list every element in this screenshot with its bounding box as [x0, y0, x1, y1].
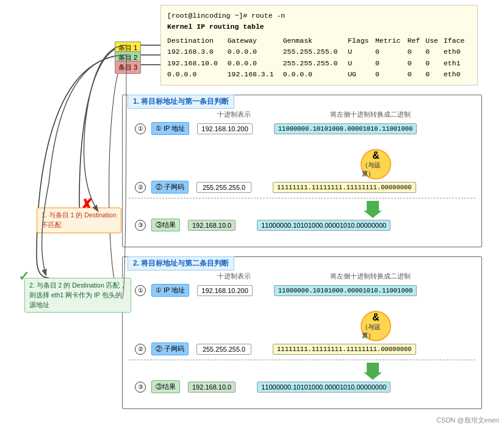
- s2-and-symbol: &: [372, 312, 380, 323]
- s1-subnet-decimal: 255.255.255.0: [196, 182, 251, 193]
- flags-1: U: [348, 46, 375, 57]
- annotation-match-line2: 则选择 eth1 网卡作为 IP 包头的源地址: [29, 291, 122, 308]
- use-1: 0: [425, 46, 444, 57]
- s1-subnet-label: ② 子网码: [151, 181, 189, 194]
- svg-marker-7: [364, 201, 382, 218]
- s1-result-decimal: 192.168.10.0: [188, 220, 236, 231]
- s1-ip-decimal: 192.168.10.200: [197, 123, 252, 134]
- s2-and-container: & （与运算）: [361, 311, 391, 341]
- s1-ip-binary: 11000000.10101000.00001010.11001000: [274, 123, 417, 134]
- use-2: 0: [425, 58, 444, 69]
- terminal-kernel-header: Kernel IP routing table: [167, 21, 471, 32]
- s1-dashed-divider: [129, 198, 475, 198]
- s1-and-container: & （与运算）: [361, 149, 391, 180]
- dest-2: 192.168.10.0: [167, 58, 228, 69]
- s2-result-decimal: 192.168.10.0: [188, 382, 236, 393]
- s2-subnet-binary: 11111111.11111111.11111111.00000000: [273, 344, 416, 355]
- annotation-mismatch-line1: 1. 与条目 1 的 Destination: [41, 211, 117, 219]
- s2-result-binary: 11000000.10101000.00001010.00000000: [257, 382, 391, 393]
- s1-col-binary: 将左侧十进制转换成二进制: [330, 110, 411, 119]
- s1-col-decimal: 十进制表示: [217, 110, 251, 119]
- gw-3: 192.168.3.1: [228, 69, 283, 80]
- s1-arrow-svg: [364, 201, 382, 218]
- section-1-title: 1. 将目标地址与第一条目判断: [128, 95, 234, 109]
- s2-ip-row: ① ① IP 地址 192.168.10.200 11000000.101010…: [135, 284, 417, 297]
- ref-2: 0: [408, 58, 426, 69]
- metric-1: 0: [375, 46, 408, 57]
- col-dest-header: Destination: [167, 35, 228, 46]
- table-row: 192.168.3.0 0.0.0.0 255.255.255.0 U 0 0 …: [167, 46, 471, 57]
- annotation-mismatch: 1. 与条目 1 的 Destination 不匹配: [37, 208, 121, 233]
- annotation-match: 2. 与条目 2 的 Destination 匹配， 则选择 eth1 网卡作为…: [24, 278, 131, 313]
- s2-ip-binary: 11000000.10101000.00001010.11001000: [274, 285, 417, 296]
- s2-subnet-row: ② ② 子网码 255.255.255.0 11111111.11111111.…: [135, 343, 416, 355]
- genmask-1: 255.255.255.0: [283, 46, 348, 57]
- s2-arrow-svg: [364, 363, 382, 380]
- terminal-prompt: [root@lincoding ~]# route -n: [167, 10, 471, 21]
- dest-3: 0.0.0.0: [167, 69, 228, 80]
- section-1: 1. 将目标地址与第一条目判断 十进制表示 将左侧十进制转换成二进制 ① ① I…: [122, 95, 482, 247]
- main-container: [root@lincoding ~]# route -n Kernel IP r…: [0, 0, 504, 428]
- iface-3: eth0: [444, 69, 471, 80]
- routing-table: Destination Gateway Genmask Flags Metric…: [167, 35, 471, 81]
- s2-subnet-circle: ②: [135, 344, 146, 355]
- col-ref-header: Ref: [408, 35, 426, 46]
- s2-col-binary: 将左侧十进制转换成二进制: [330, 272, 411, 281]
- s2-result-label: ③结果: [151, 380, 180, 393]
- use-3: 0: [425, 69, 444, 80]
- iface-1: eth0: [444, 46, 471, 57]
- s2-ip-decimal: 192.168.10.200: [197, 285, 252, 296]
- iface-2: eth1: [444, 58, 471, 69]
- col-flags-header: Flags: [348, 35, 375, 46]
- s1-result-binary: 11000000.10101000.00001010.00000000: [257, 220, 391, 231]
- s1-ip-circle: ①: [135, 123, 146, 134]
- table-row: 0.0.0.0 192.168.3.1 0.0.0.0 UG 0 0 0 eth…: [167, 69, 471, 80]
- entry-label-3: 条目 3: [115, 61, 141, 74]
- metric-3: 0: [375, 69, 408, 80]
- s2-subnet-label: ② 子网码: [151, 343, 189, 355]
- s1-ip-row: ① ① IP 地址 192.168.10.200 11000000.101010…: [135, 122, 417, 135]
- s2-ip-label: ① IP 地址: [151, 284, 189, 297]
- terminal-box: [root@lincoding ~]# route -n Kernel IP r…: [160, 5, 478, 85]
- ref-3: 0: [408, 69, 426, 80]
- col-genmask-header: Genmask: [283, 35, 348, 46]
- s1-result-circle: ③: [135, 220, 146, 231]
- table-header-row: Destination Gateway Genmask Flags Metric…: [167, 35, 471, 46]
- s1-and-label: （与运算）: [362, 161, 390, 178]
- col-metric-header: Metric: [375, 35, 408, 46]
- watermark: CSDN @殷培文enen: [436, 416, 499, 425]
- genmask-2: 255.255.255.0: [283, 58, 348, 69]
- table-row: 192.168.10.0 0.0.0.0 255.255.255.0 U 0 0…: [167, 58, 471, 69]
- ref-1: 0: [408, 46, 426, 57]
- s1-result-row: ③ ③结果 192.168.10.0 11000000.10101000.000…: [135, 219, 391, 231]
- metric-2: 0: [375, 58, 408, 69]
- flags-3: UG: [348, 69, 375, 80]
- s2-arrow-down: [355, 363, 391, 380]
- s1-result-label: ③结果: [151, 219, 180, 231]
- svg-marker-8: [364, 363, 382, 380]
- s2-and-label: （与运算）: [362, 323, 390, 340]
- section-2: 2. 将目标地址与第二条目判断 十进制表示 将左侧十进制转换成二进制 ① ① I…: [122, 256, 482, 409]
- col-gw-header: Gateway: [228, 35, 283, 46]
- s1-and-symbol: &: [372, 150, 380, 161]
- s2-col-decimal: 十进制表示: [217, 272, 251, 281]
- gw-2: 0.0.0.0: [228, 58, 283, 69]
- section-2-title: 2. 将目标地址与第二条目判断: [128, 256, 234, 270]
- s2-and-circle: & （与运算）: [361, 311, 391, 341]
- flags-2: U: [348, 58, 375, 69]
- gw-1: 0.0.0.0: [228, 46, 283, 57]
- s2-ip-circle: ①: [135, 285, 146, 296]
- s1-arrow-down: [355, 201, 391, 218]
- s1-and-circle: & （与运算）: [361, 149, 391, 180]
- col-use-header: Use: [425, 35, 444, 46]
- s1-ip-label: ① IP 地址: [151, 122, 189, 135]
- s1-subnet-circle: ②: [135, 182, 146, 193]
- s2-dashed-divider: [129, 360, 475, 360]
- s2-subnet-decimal: 255.255.255.0: [196, 344, 251, 355]
- s2-result-row: ③ ③结果 192.168.10.0 11000000.10101000.000…: [135, 380, 391, 393]
- annotation-mismatch-line2: 不匹配: [41, 221, 62, 228]
- s1-subnet-row: ② ② 子网码 255.255.255.0 11111111.11111111.…: [135, 181, 416, 194]
- dest-1: 192.168.3.0: [167, 46, 228, 57]
- genmask-3: 0.0.0.0: [283, 69, 348, 80]
- annotation-match-line1: 2. 与条目 2 的 Destination 匹配，: [29, 281, 126, 289]
